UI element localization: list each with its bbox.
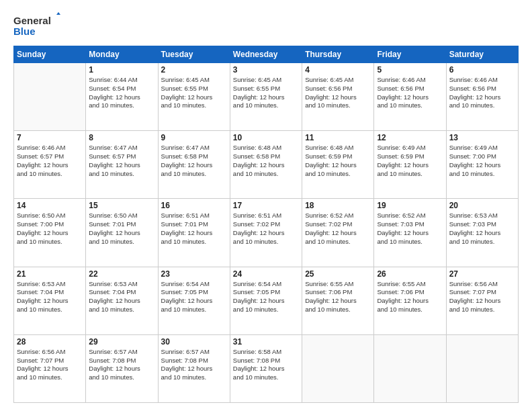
day-number: 8 (89, 133, 154, 142)
day-info: Sunrise: 6:54 AMSunset: 7:05 PMDaylight:… (161, 280, 227, 314)
day-number: 22 (89, 269, 154, 279)
calendar-cell: 23Sunrise: 6:54 AMSunset: 7:05 PMDayligh… (158, 267, 230, 334)
column-header-friday: Friday (374, 46, 446, 63)
day-info: Sunrise: 6:50 AMSunset: 7:01 PMDaylight:… (89, 212, 154, 246)
day-number: 13 (449, 133, 515, 142)
calendar-cell: 9Sunrise: 6:47 AMSunset: 6:58 PMDaylight… (158, 131, 230, 199)
calendar-cell: 10Sunrise: 6:48 AMSunset: 6:58 PMDayligh… (230, 131, 302, 199)
calendar-cell: 1Sunrise: 6:44 AMSunset: 6:54 PMDaylight… (86, 63, 158, 131)
calendar-cell: 13Sunrise: 6:49 AMSunset: 7:00 PMDayligh… (446, 131, 518, 199)
calendar-cell: 17Sunrise: 6:51 AMSunset: 7:02 PMDayligh… (230, 199, 302, 267)
day-info: Sunrise: 6:51 AMSunset: 7:02 PMDaylight:… (233, 212, 299, 246)
day-number: 12 (377, 133, 443, 142)
day-info: Sunrise: 6:56 AMSunset: 7:07 PMDaylight:… (449, 280, 515, 314)
calendar-cell: 15Sunrise: 6:50 AMSunset: 7:01 PMDayligh… (86, 199, 158, 267)
day-info: Sunrise: 6:47 AMSunset: 6:58 PMDaylight:… (161, 144, 227, 178)
day-info: Sunrise: 6:51 AMSunset: 7:01 PMDaylight:… (161, 212, 227, 246)
day-info: Sunrise: 6:56 AMSunset: 7:07 PMDaylight:… (17, 348, 83, 382)
day-number: 21 (17, 269, 83, 279)
day-number: 23 (161, 269, 227, 279)
day-info: Sunrise: 6:47 AMSunset: 6:57 PMDaylight:… (89, 144, 154, 178)
day-number: 24 (233, 269, 299, 279)
day-info: Sunrise: 6:57 AMSunset: 7:08 PMDaylight:… (89, 348, 154, 382)
day-info: Sunrise: 6:58 AMSunset: 7:08 PMDaylight:… (233, 348, 299, 382)
calendar-cell (302, 334, 374, 402)
day-number: 3 (233, 65, 299, 75)
day-number: 30 (161, 337, 227, 347)
column-header-saturday: Saturday (446, 46, 518, 63)
calendar-cell (374, 334, 446, 402)
calendar-cell: 14Sunrise: 6:50 AMSunset: 7:00 PMDayligh… (14, 199, 86, 267)
calendar-cell: 25Sunrise: 6:55 AMSunset: 7:06 PMDayligh… (302, 267, 374, 334)
calendar-cell (14, 63, 86, 131)
calendar-cell: 28Sunrise: 6:56 AMSunset: 7:07 PMDayligh… (14, 334, 86, 402)
day-number: 17 (233, 201, 299, 210)
page: General Blue SundayMondayTuesdayWednesda… (0, 0, 532, 411)
day-number: 4 (305, 65, 371, 75)
calendar-cell: 18Sunrise: 6:52 AMSunset: 7:02 PMDayligh… (302, 199, 374, 267)
day-number: 11 (305, 133, 371, 142)
calendar-week-2: 7Sunrise: 6:46 AMSunset: 6:57 PMDaylight… (14, 131, 519, 199)
calendar-cell: 26Sunrise: 6:55 AMSunset: 7:06 PMDayligh… (374, 267, 446, 334)
day-number: 18 (305, 201, 371, 210)
day-number: 19 (377, 201, 443, 210)
day-number: 9 (161, 133, 227, 142)
calendar-cell: 5Sunrise: 6:46 AMSunset: 6:56 PMDaylight… (374, 63, 446, 131)
calendar-cell: 21Sunrise: 6:53 AMSunset: 7:04 PMDayligh… (14, 267, 86, 334)
day-number: 2 (161, 65, 227, 75)
day-info: Sunrise: 6:46 AMSunset: 6:56 PMDaylight:… (449, 76, 515, 110)
calendar-cell: 31Sunrise: 6:58 AMSunset: 7:08 PMDayligh… (230, 334, 302, 402)
day-info: Sunrise: 6:49 AMSunset: 7:00 PMDaylight:… (449, 144, 515, 178)
day-info: Sunrise: 6:53 AMSunset: 7:03 PMDaylight:… (449, 212, 515, 246)
day-info: Sunrise: 6:44 AMSunset: 6:54 PMDaylight:… (89, 76, 154, 110)
calendar-header-row: SundayMondayTuesdayWednesdayThursdayFrid… (14, 46, 519, 63)
calendar-week-5: 28Sunrise: 6:56 AMSunset: 7:07 PMDayligh… (14, 334, 519, 402)
calendar-cell: 16Sunrise: 6:51 AMSunset: 7:01 PMDayligh… (158, 199, 230, 267)
day-number: 27 (449, 269, 515, 279)
calendar-cell: 24Sunrise: 6:54 AMSunset: 7:05 PMDayligh… (230, 267, 302, 334)
calendar-cell (446, 334, 518, 402)
day-number: 29 (89, 337, 154, 347)
calendar-week-3: 14Sunrise: 6:50 AMSunset: 7:00 PMDayligh… (14, 199, 519, 267)
calendar-cell: 27Sunrise: 6:56 AMSunset: 7:07 PMDayligh… (446, 267, 518, 334)
day-info: Sunrise: 6:45 AMSunset: 6:56 PMDaylight:… (305, 76, 371, 110)
calendar-cell: 29Sunrise: 6:57 AMSunset: 7:08 PMDayligh… (86, 334, 158, 402)
column-header-monday: Monday (86, 46, 158, 63)
calendar-table: SundayMondayTuesdayWednesdayThursdayFrid… (13, 46, 519, 403)
calendar-cell: 30Sunrise: 6:57 AMSunset: 7:08 PMDayligh… (158, 334, 230, 402)
calendar-cell: 19Sunrise: 6:52 AMSunset: 7:03 PMDayligh… (374, 199, 446, 267)
header: General Blue (13, 12, 519, 39)
day-number: 6 (449, 65, 515, 75)
calendar-cell: 6Sunrise: 6:46 AMSunset: 6:56 PMDaylight… (446, 63, 518, 131)
column-header-wednesday: Wednesday (230, 46, 302, 63)
day-number: 16 (161, 201, 227, 210)
day-info: Sunrise: 6:50 AMSunset: 7:00 PMDaylight:… (17, 212, 83, 246)
day-info: Sunrise: 6:45 AMSunset: 6:55 PMDaylight:… (161, 76, 227, 110)
day-number: 7 (17, 133, 83, 142)
day-info: Sunrise: 6:45 AMSunset: 6:55 PMDaylight:… (233, 76, 299, 110)
day-number: 20 (449, 201, 515, 210)
svg-marker-1 (56, 12, 60, 15)
calendar-cell: 22Sunrise: 6:53 AMSunset: 7:04 PMDayligh… (86, 267, 158, 334)
day-info: Sunrise: 6:53 AMSunset: 7:04 PMDaylight:… (89, 280, 154, 314)
svg-text:Blue: Blue (13, 26, 36, 37)
day-info: Sunrise: 6:46 AMSunset: 6:57 PMDaylight:… (17, 144, 83, 178)
calendar-cell: 8Sunrise: 6:47 AMSunset: 6:57 PMDaylight… (86, 131, 158, 199)
day-info: Sunrise: 6:52 AMSunset: 7:03 PMDaylight:… (377, 212, 443, 246)
day-info: Sunrise: 6:46 AMSunset: 6:56 PMDaylight:… (377, 76, 443, 110)
day-number: 14 (17, 201, 83, 210)
logo: General Blue (13, 12, 60, 39)
calendar-cell: 12Sunrise: 6:49 AMSunset: 6:59 PMDayligh… (374, 131, 446, 199)
day-info: Sunrise: 6:55 AMSunset: 7:06 PMDaylight:… (305, 280, 371, 314)
calendar-week-4: 21Sunrise: 6:53 AMSunset: 7:04 PMDayligh… (14, 267, 519, 334)
calendar-week-1: 1Sunrise: 6:44 AMSunset: 6:54 PMDaylight… (14, 63, 519, 131)
day-info: Sunrise: 6:48 AMSunset: 6:59 PMDaylight:… (305, 144, 371, 178)
logo-svg: General Blue (13, 12, 60, 39)
calendar-cell: 20Sunrise: 6:53 AMSunset: 7:03 PMDayligh… (446, 199, 518, 267)
calendar-cell: 3Sunrise: 6:45 AMSunset: 6:55 PMDaylight… (230, 63, 302, 131)
day-info: Sunrise: 6:55 AMSunset: 7:06 PMDaylight:… (377, 280, 443, 314)
day-info: Sunrise: 6:53 AMSunset: 7:04 PMDaylight:… (17, 280, 83, 314)
day-number: 5 (377, 65, 443, 75)
day-number: 25 (305, 269, 371, 279)
calendar-cell: 2Sunrise: 6:45 AMSunset: 6:55 PMDaylight… (158, 63, 230, 131)
